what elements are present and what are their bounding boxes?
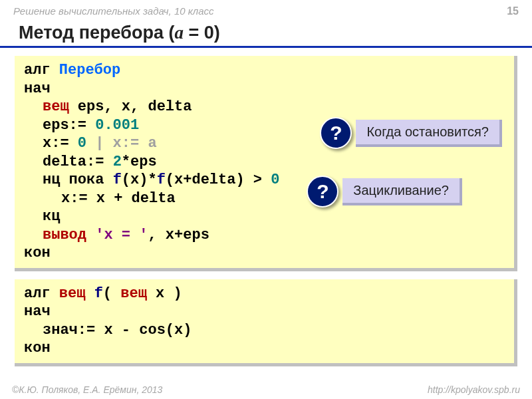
authors: ©К.Ю. Поляков, Е.А. Ерёмин, 2013 <box>12 384 162 395</box>
title-variable: a <box>174 23 184 43</box>
kw-while: нц пока <box>43 172 113 188</box>
param-rest: x ) <box>156 285 182 302</box>
callout-text-2: Зацикливание? <box>342 178 462 205</box>
kw-alg2: алг <box>24 285 59 302</box>
num-eps: 0.001 <box>95 117 139 134</box>
question-icon: ? <box>320 117 352 149</box>
num-two: 2 <box>113 154 122 170</box>
kw-begin2: нач <box>24 303 51 320</box>
num-zero-2: 0 <box>271 172 279 188</box>
kw-end2: кон <box>24 340 51 356</box>
num-zero: 0 <box>78 135 86 152</box>
times-eps: *eps <box>122 154 157 170</box>
code-block-func: алг вещ f( вещ x ) нач знач:= x - cos(x)… <box>15 279 517 366</box>
out-expr: , x+eps <box>148 227 209 243</box>
assign-x: x:= <box>43 135 78 152</box>
kw-begin: нач <box>24 80 51 97</box>
out-string: 'x = ' <box>95 227 148 243</box>
callout-loop: ? Зацикливание? <box>307 176 462 207</box>
footer-url: http://kpolyakov.spb.ru <box>428 384 520 395</box>
var-decl: eps, x, delta <box>78 98 192 115</box>
code-block-main: алг Перебор нач вещ eps, x, delta eps:= … <box>15 56 517 271</box>
fn-f2: f <box>157 172 166 188</box>
title-prefix: Метод перебора ( <box>19 23 174 43</box>
fn-body: знач:= x - cos(x) <box>43 321 192 340</box>
ret-type: вещ <box>59 285 94 302</box>
fn-name: f <box>94 285 103 302</box>
paren-open: ( <box>103 285 120 302</box>
kw-end: кон <box>24 245 51 261</box>
page-number: 15 <box>507 5 519 17</box>
kw-type: вещ <box>43 98 78 115</box>
fn-f1: f <box>113 172 122 188</box>
kw-endloop: кц <box>43 207 60 226</box>
callout-stop: ? Когда остановится? <box>320 117 502 149</box>
cond-end: (x+delta) > <box>166 172 271 188</box>
alg-name: Перебор <box>59 62 120 78</box>
cond-mid: (x)* <box>122 172 157 188</box>
comment-xa: | x:= a <box>86 135 157 152</box>
loop-body: x:= x + delta <box>61 190 176 208</box>
param-type: вещ <box>120 285 156 302</box>
assign-eps: eps:= <box>43 117 95 134</box>
slide-footer: ©К.Ю. Поляков, Е.А. Ерёмин, 2013 http://… <box>0 384 532 395</box>
slide-title: Метод перебора (a = 0) <box>0 20 532 48</box>
callout-text-1: Когда остановится? <box>356 120 502 147</box>
course-name: Решение вычислительных задач, 10 класс <box>13 5 214 17</box>
kw-output: вывод <box>43 227 95 243</box>
title-suffix: = 0) <box>184 23 220 43</box>
authors-text: К.Ю. Поляков, Е.А. Ерёмин, 2013 <box>19 384 162 395</box>
question-icon: ? <box>307 176 338 207</box>
assign-delta: delta:= <box>43 154 113 170</box>
kw-alg: алг <box>24 62 59 78</box>
slide-header: Решение вычислительных задач, 10 класс 1… <box>0 0 532 20</box>
